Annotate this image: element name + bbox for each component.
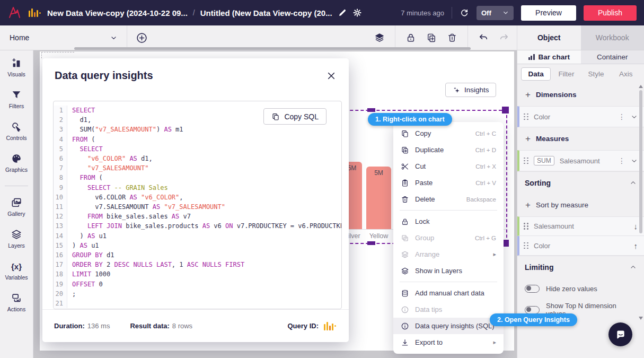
sidebar-item-actions[interactable]: Actions xyxy=(0,292,33,312)
selection-handle-top-right[interactable] xyxy=(502,107,509,113)
redo-icon[interactable] xyxy=(499,32,509,43)
drag-handle-icon[interactable] xyxy=(524,113,528,120)
aggregation-badge[interactable]: SUM xyxy=(534,156,554,165)
last-saved-status: 7 minutes ago xyxy=(401,9,444,17)
page-selector[interactable]: Home xyxy=(0,25,127,50)
sidebar-item-label: Layers xyxy=(8,242,25,249)
drag-handle-icon[interactable] xyxy=(524,158,528,164)
tab-workbook[interactable]: Workbook xyxy=(581,25,644,50)
drag-handle-icon[interactable] xyxy=(524,242,528,249)
refresh-icon[interactable] xyxy=(460,8,469,18)
canvas[interactable]: Insights 5MSilver5MYellow Data query ins… xyxy=(33,50,517,358)
dimension-row-color[interactable]: Color ⋮ xyxy=(517,106,644,127)
auto-refresh-select[interactable]: Off xyxy=(477,6,514,20)
scroll-down-icon[interactable] xyxy=(639,317,643,320)
preview-button[interactable]: Preview xyxy=(521,5,576,21)
divider xyxy=(467,25,468,50)
layers-toolbar-icon[interactable] xyxy=(374,32,385,43)
menu-item-add-manual-chart-data[interactable]: Add manual chart data xyxy=(393,285,504,301)
bar-chart-mini-icon xyxy=(528,54,535,60)
chevron-down-icon[interactable] xyxy=(631,113,638,120)
breadcrumb-dataset[interactable]: New Data View-copy (2024-10-22 09... xyxy=(47,8,188,18)
sidebar-item-layers[interactable]: Layers xyxy=(0,229,33,249)
sidebar-item-controls[interactable]: Controls xyxy=(0,121,33,141)
sort-by-measure-button[interactable]: + Sort by measure xyxy=(517,194,644,216)
scrollbar-thumb[interactable] xyxy=(639,90,642,233)
subtab-axis[interactable]: Axis xyxy=(612,68,640,80)
menu-item-duplicate[interactable]: DuplicateCtrl + D xyxy=(393,142,504,158)
divider xyxy=(400,282,497,282)
layers-icon xyxy=(401,267,409,275)
limiting-section-header[interactable]: Limiting xyxy=(517,256,644,278)
menu-item-show-in-layers[interactable]: Show in Layers xyxy=(393,263,504,279)
sort-direction-up-icon[interactable]: ↑ xyxy=(634,241,638,250)
brand-logo-icon[interactable] xyxy=(7,5,22,20)
subtab-style[interactable]: Style xyxy=(582,68,611,80)
breadcrumb-workbook[interactable]: Untitled (New Data View-copy (20... xyxy=(200,8,332,18)
sql-code-box[interactable]: Copy SQL 1SELECT2 d1,3 SUM("v7_SALESAMOU… xyxy=(53,101,342,309)
sidebar-item-gallery[interactable]: Gallery xyxy=(0,197,33,217)
sorting-section-header[interactable]: Sorting xyxy=(517,171,644,194)
settings-gear-icon[interactable] xyxy=(352,8,362,18)
insights-button[interactable]: Insights xyxy=(445,83,496,97)
chevron-up-icon xyxy=(630,179,637,186)
duplicate-toolbar-icon[interactable] xyxy=(426,32,437,43)
menu-item-delete[interactable]: DeleteBackspace xyxy=(393,191,504,207)
scroll-up-icon[interactable] xyxy=(639,85,643,88)
page-selector-label: Home xyxy=(10,33,29,42)
add-dimension-button[interactable]: + Dimensions xyxy=(517,83,644,106)
add-measure-button[interactable]: + Measures xyxy=(517,127,644,150)
subtab-data[interactable]: Data xyxy=(521,67,551,81)
tab-container[interactable]: Container xyxy=(581,50,644,64)
modal-footer: Duration:136 ms Result data:8 rows Query… xyxy=(42,309,349,342)
sidebar-item-visuals[interactable]: Visuals xyxy=(0,57,33,77)
horizontal-scrollbar[interactable] xyxy=(74,47,471,50)
edit-title-pencil-icon[interactable] xyxy=(338,8,347,18)
auto-refresh-value: Off xyxy=(481,9,491,17)
sort-label: Salesamount xyxy=(534,222,574,230)
sql-line: 7 "v7_SALESAMOUNT" xyxy=(54,163,341,173)
sidebar-item-filters[interactable]: Filters xyxy=(0,89,33,109)
menu-item-paste[interactable]: PasteCtrl + V xyxy=(393,174,504,191)
breadcrumb-separator: / xyxy=(193,8,195,17)
undo-icon[interactable] xyxy=(478,32,489,43)
subtab-filter[interactable]: Filter xyxy=(552,68,580,80)
sort-row-color[interactable]: Color ↑ xyxy=(517,236,644,256)
selection-handle-bottom[interactable] xyxy=(367,241,375,245)
delete-toolbar-icon[interactable] xyxy=(447,32,457,43)
chart-bar-yellow[interactable]: 5M xyxy=(366,167,391,229)
sql-line: 5 SELECT xyxy=(54,144,341,154)
sql-line: 18LIMIT 1000 xyxy=(54,269,341,279)
menu-item-data-query-insights-sql[interactable]: Data query insights (SQL) xyxy=(393,318,504,334)
selection-handle-top[interactable] xyxy=(367,108,375,112)
copy-sql-button[interactable]: Copy SQL xyxy=(263,108,327,125)
measure-row-salesamount[interactable]: SUM Salesamount ⋮ xyxy=(517,150,644,171)
menu-item-export-to[interactable]: Export to▸ xyxy=(393,334,504,351)
lock-toolbar-icon[interactable] xyxy=(405,32,416,43)
panel-scrollbar[interactable] xyxy=(639,85,643,354)
tab-bar-chart[interactable]: Bar chart xyxy=(517,50,581,64)
menu-item-lock[interactable]: Lock xyxy=(393,213,504,230)
sort-direction-down-icon[interactable]: ↓ xyxy=(634,222,638,231)
menu-item-cut[interactable]: CutCtrl + X xyxy=(393,158,504,174)
sql-line: 17ORDER BY 2 DESC NULLS LAST, 1 ASC NULL… xyxy=(54,260,341,269)
publish-button[interactable]: Publish xyxy=(584,5,637,21)
kebab-menu-icon[interactable]: ⋮ xyxy=(618,112,625,121)
add-page-button[interactable] xyxy=(136,32,148,44)
sidebar-item-graphics[interactable]: Graphics xyxy=(0,153,33,173)
query-id-icon[interactable] xyxy=(324,322,336,330)
kebab-menu-icon[interactable]: ⋮ xyxy=(618,156,625,165)
close-icon[interactable] xyxy=(327,71,336,81)
chat-support-button[interactable] xyxy=(608,322,632,346)
submenu-arrow-icon: ▸ xyxy=(493,339,496,346)
toggle-switch[interactable] xyxy=(525,306,540,314)
sidebar-item-variables[interactable]: {x}Variables xyxy=(0,260,33,281)
tab-object[interactable]: Object xyxy=(517,25,581,50)
drag-handle-icon[interactable] xyxy=(524,223,528,230)
chevron-down-icon[interactable] xyxy=(631,158,638,164)
sort-row-salesamount[interactable]: Salesamount ↓ xyxy=(517,216,644,236)
variables-icon: {x} xyxy=(11,260,22,272)
sidebar-item-label: Actions xyxy=(7,306,25,312)
toggle-switch[interactable] xyxy=(525,285,540,293)
menu-item-copy[interactable]: CopyCtrl + C xyxy=(393,125,504,142)
